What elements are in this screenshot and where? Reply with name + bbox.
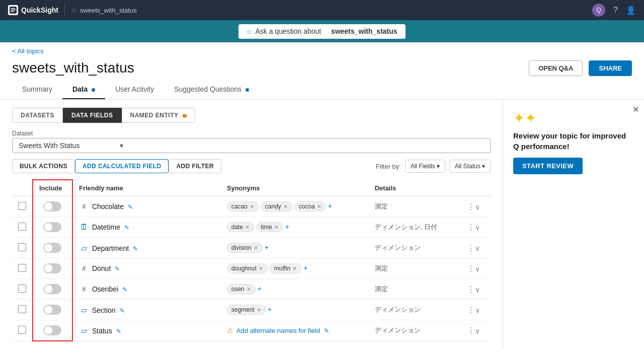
friendly-name-7: Status	[92, 327, 112, 335]
add-synonym-btn-3[interactable]: +	[265, 243, 269, 251]
detail-text-3: ディメンション	[375, 244, 421, 251]
filter-dropdown-2[interactable]: All Status ▾	[449, 160, 491, 173]
nav-page-title: sweets_with_status	[80, 7, 137, 14]
include-toggle-6[interactable]	[43, 305, 61, 315]
open-qa-button[interactable]: OPEN Q&A	[529, 60, 583, 76]
row-actions-cell-2: ⋮∨	[461, 217, 491, 238]
row-checkbox-1[interactable]	[18, 202, 26, 210]
user-icon[interactable]: 👤	[626, 6, 636, 15]
edit-name-icon-5[interactable]: ✎	[122, 286, 127, 293]
tab-data[interactable]: Data	[62, 80, 105, 99]
more-options-icon-4[interactable]: ⋮	[467, 264, 475, 273]
close-icon[interactable]: ✕	[632, 105, 639, 114]
edit-warning-icon-7[interactable]: ✎	[324, 327, 329, 334]
row-checkbox-cell	[12, 300, 33, 320]
include-toggle-1[interactable]	[43, 201, 61, 212]
remove-synonym-icon[interactable]: ✕	[247, 286, 251, 293]
help-icon[interactable]: ?	[613, 6, 618, 15]
share-button[interactable]: SHARE	[589, 60, 632, 76]
tab-user-activity[interactable]: User Activity	[105, 80, 164, 99]
include-toggle-4[interactable]	[43, 263, 61, 273]
content-area: DATASETS DATA FIELDS NAMED ENTITY Datase…	[0, 100, 644, 349]
remove-synonym-icon[interactable]: ✕	[283, 203, 288, 210]
include-toggle-5[interactable]	[43, 284, 61, 294]
more-options-icon-6[interactable]: ⋮	[467, 306, 475, 314]
datasets-btn[interactable]: DATASETS	[12, 108, 63, 123]
synonym-tag: muffin✕	[270, 263, 301, 273]
tab-user-activity-label: User Activity	[115, 85, 154, 93]
breadcrumb-label: < All topics	[12, 47, 44, 55]
remove-synonym-icon[interactable]: ✕	[259, 265, 263, 272]
tab-suggested-questions[interactable]: Suggested Questions	[164, 80, 259, 99]
more-options-icon-5[interactable]: ⋮	[467, 285, 475, 294]
q-search-box[interactable]: ○ Ask a question about sweets_with_statu…	[238, 24, 405, 39]
expand-icon-1[interactable]: ∨	[475, 203, 480, 211]
expand-icon-4[interactable]: ∨	[475, 265, 480, 273]
dataset-select[interactable]: Sweets With Status ▾	[12, 138, 491, 153]
tab-summary[interactable]: Summary	[12, 80, 62, 99]
include-toggle-7[interactable]	[43, 325, 61, 335]
more-options-icon-3[interactable]: ⋮	[467, 244, 475, 252]
remove-synonym-icon[interactable]: ✕	[274, 224, 279, 231]
row-checkbox-6[interactable]	[18, 305, 26, 313]
row-checkbox-4[interactable]	[18, 264, 26, 272]
avatar-icon[interactable]: Q	[592, 4, 605, 17]
add-synonym-btn-5[interactable]: +	[258, 285, 262, 293]
friendly-name-6: Section	[92, 306, 116, 314]
th-checkbox	[12, 180, 33, 196]
row-synonyms-cell-4: doughnut✕muffin✕+	[221, 258, 369, 279]
row-checkbox-3[interactable]	[18, 243, 26, 251]
hash-icon: #	[79, 201, 89, 212]
add-synonym-btn-2[interactable]: +	[285, 223, 289, 231]
row-checkbox-7[interactable]	[18, 326, 26, 334]
bulk-actions-btn[interactable]: BULK ACTIONS	[12, 159, 75, 173]
table-header: Include Friendly name Synonyms Details	[12, 180, 491, 196]
edit-name-icon-7[interactable]: ✎	[116, 328, 121, 335]
named-entity-btn[interactable]: NAMED ENTITY	[122, 108, 196, 123]
edit-name-icon-2[interactable]: ✎	[124, 224, 129, 231]
remove-synonym-icon[interactable]: ✕	[317, 203, 321, 210]
tabs-bar: Summary Data User Activity Suggested Que…	[0, 80, 644, 100]
more-options-icon-1[interactable]: ⋮	[467, 202, 475, 211]
more-options-icon-2[interactable]: ⋮	[467, 223, 475, 232]
row-actions-cell-3: ⋮∨	[461, 238, 491, 258]
detail-text-2: ディメンション, 日付	[375, 223, 437, 231]
app-logo[interactable]: QuickSight	[8, 5, 58, 15]
expand-icon-3[interactable]: ∨	[475, 244, 480, 252]
row-detail-cell-2: ディメンション, 日付	[369, 217, 461, 238]
th-include-label: Include	[39, 184, 62, 192]
edit-name-icon-3[interactable]: ✎	[133, 245, 138, 252]
filter-dropdown-1[interactable]: All Fields ▾	[405, 160, 445, 173]
edit-name-icon-1[interactable]: ✎	[128, 203, 133, 211]
breadcrumb[interactable]: < All topics	[0, 42, 644, 60]
data-fields-btn[interactable]: DATA FIELDS	[63, 108, 122, 123]
action-row: BULK ACTIONS ADD CALCULATED FIELD ADD FI…	[12, 159, 491, 173]
remove-synonym-icon[interactable]: ✕	[254, 245, 258, 251]
add-names-link-7[interactable]: Add alternate names for field	[236, 327, 320, 334]
add-filter-btn[interactable]: ADD FILTER	[169, 159, 221, 173]
table-row: ▱Section✎segment✕+ディメンション⋮∨	[12, 300, 491, 320]
remove-synonym-icon[interactable]: ✕	[250, 203, 254, 210]
row-checkbox-2[interactable]	[18, 223, 26, 231]
remove-synonym-icon[interactable]: ✕	[245, 224, 250, 231]
add-synonym-btn-1[interactable]: +	[328, 202, 332, 210]
row-checkbox-5[interactable]	[18, 285, 26, 293]
row-synonyms-cell-1: cacao✕candy✕cocoa✕+	[221, 196, 369, 217]
remove-synonym-icon[interactable]: ✕	[292, 265, 297, 272]
include-toggle-2[interactable]	[43, 222, 61, 232]
add-synonym-btn-6[interactable]: +	[268, 305, 272, 313]
expand-icon-5[interactable]: ∨	[475, 286, 480, 294]
start-review-button[interactable]: START REVIEW	[513, 158, 583, 174]
add-synonym-btn-4[interactable]: +	[303, 264, 307, 272]
friendly-name-4: Donut	[92, 264, 111, 272]
filter-by-label: Filter by:	[376, 163, 401, 170]
more-options-icon-7[interactable]: ⋮	[467, 326, 475, 335]
add-calculated-field-btn[interactable]: ADD CALCULATED FIELD	[75, 159, 169, 173]
edit-name-icon-6[interactable]: ✎	[120, 307, 125, 314]
edit-name-icon-4[interactable]: ✎	[115, 265, 120, 272]
expand-icon-2[interactable]: ∨	[475, 224, 480, 232]
expand-icon-6[interactable]: ∨	[475, 306, 480, 314]
include-toggle-3[interactable]	[43, 243, 61, 253]
expand-icon-7[interactable]: ∨	[475, 327, 480, 335]
remove-synonym-icon[interactable]: ✕	[257, 307, 261, 313]
